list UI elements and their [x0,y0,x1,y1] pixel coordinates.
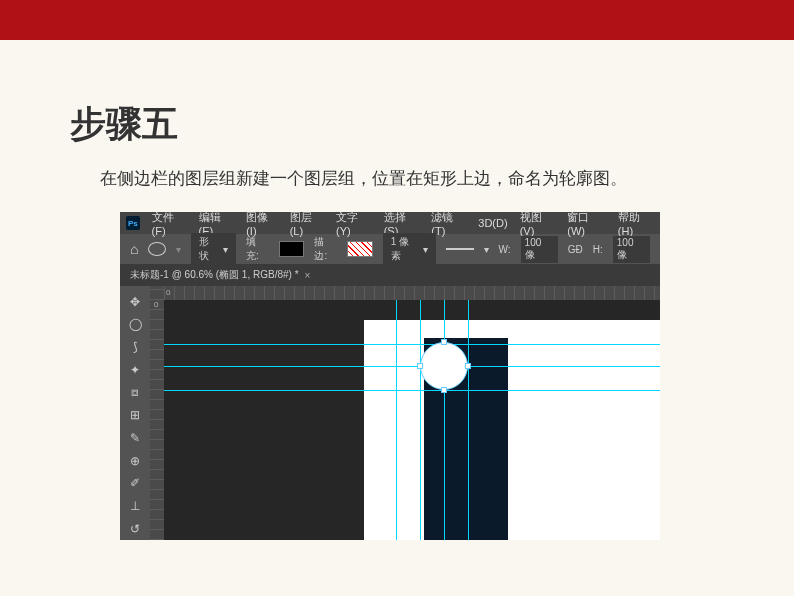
menu-help[interactable]: 帮助(H) [618,212,654,237]
marquee-tool-icon[interactable]: ◯ [123,314,147,335]
healing-tool-icon[interactable]: ⊕ [123,450,147,471]
toolbox: ✥ ◯ ⟆ ✦ ⧈ ⊞ ✎ ⊕ ✐ ⊥ ↺ [120,286,150,540]
menu-file[interactable]: 文件(F) [152,212,187,237]
history-brush-tool-icon[interactable]: ↺ [123,519,147,540]
shape-mode-dropdown[interactable]: 形状▾ [191,233,236,265]
stamp-tool-icon[interactable]: ⊥ [123,496,147,517]
guide-horizontal[interactable] [164,344,660,345]
ellipse-tool-icon[interactable] [148,242,166,256]
tab-title: 未标题-1 @ 60.6% (椭圆 1, RGB/8#) * [130,268,299,282]
wand-tool-icon[interactable]: ✦ [123,359,147,380]
slide-description: 在侧边栏的图层组新建一个图层组，位置在矩形上边，命名为轮廓图。 [100,165,724,192]
transform-handle[interactable] [441,339,447,345]
home-icon[interactable]: ⌂ [130,241,138,257]
ps-logo-icon: Ps [126,216,140,230]
stroke-swatch[interactable] [347,241,373,257]
transform-handle[interactable] [465,363,471,369]
stroke-style-icon[interactable] [446,248,474,250]
options-bar: ⌂ ▾ 形状▾ 填充: 描边: 1 像素▾ ▾ W: 100 像 GĐ H: 1… [120,234,660,264]
vertical-ruler[interactable]: 0 [150,286,164,540]
guide-vertical[interactable] [396,300,397,540]
guide-vertical[interactable] [420,300,421,540]
width-input[interactable]: 100 像 [521,236,558,263]
artboard [364,320,660,540]
stroke-label: 描边: [314,235,337,263]
horizontal-ruler[interactable]: 0 [164,286,660,300]
menu-window[interactable]: 窗口(W) [567,212,606,237]
menu-3d[interactable]: 3D(D) [478,217,507,229]
guide-horizontal[interactable] [164,366,660,367]
eyedropper-tool-icon[interactable]: ✎ [123,428,147,449]
close-icon[interactable]: × [305,270,311,281]
canvas-area[interactable]: 0 0 [150,286,660,540]
menu-filter[interactable]: 滤镜(T) [431,212,466,237]
fill-swatch[interactable] [279,241,305,257]
menu-bar: Ps 文件(F) 编辑(E) 图像(I) 图层(L) 文字(Y) 选择(S) 滤… [120,212,660,234]
photoshop-window: Ps 文件(F) 编辑(E) 图像(I) 图层(L) 文字(Y) 选择(S) 滤… [120,212,660,540]
canvas-stage [164,300,660,540]
guide-vertical[interactable] [444,300,445,540]
link-icon[interactable]: GĐ [568,244,583,255]
height-label: H: [593,244,603,255]
menu-image[interactable]: 图像(I) [246,212,277,237]
document-tab-bar: 未标题-1 @ 60.6% (椭圆 1, RGB/8#) * × [120,264,660,286]
height-input[interactable]: 100 像 [613,236,650,263]
transform-handle[interactable] [417,363,423,369]
document-tab[interactable]: 未标题-1 @ 60.6% (椭圆 1, RGB/8#) * × [120,268,320,282]
frame-tool-icon[interactable]: ⊞ [123,405,147,426]
guide-vertical[interactable] [468,300,469,540]
guide-horizontal[interactable] [164,390,660,391]
lasso-tool-icon[interactable]: ⟆ [123,337,147,358]
ellipse-shape[interactable] [420,342,468,390]
slide-content: 步骤五 在侧边栏的图层组新建一个图层组，位置在矩形上边，命名为轮廓图。 Ps 文… [0,40,794,540]
brush-tool-icon[interactable]: ✐ [123,473,147,494]
move-tool-icon[interactable]: ✥ [123,291,147,312]
slide-title: 步骤五 [70,100,724,149]
workspace: ✥ ◯ ⟆ ✦ ⧈ ⊞ ✎ ⊕ ✐ ⊥ ↺ 0 0 [120,286,660,540]
menu-view[interactable]: 视图(V) [520,212,556,237]
menu-layer[interactable]: 图层(L) [290,212,324,237]
slide-header-bar [0,0,794,40]
transform-handle[interactable] [441,387,447,393]
menu-type[interactable]: 文字(Y) [336,212,372,237]
stroke-width-dropdown[interactable]: 1 像素▾ [383,233,436,265]
fill-label: 填充: [246,235,269,263]
crop-tool-icon[interactable]: ⧈ [123,382,147,403]
width-label: W: [499,244,511,255]
